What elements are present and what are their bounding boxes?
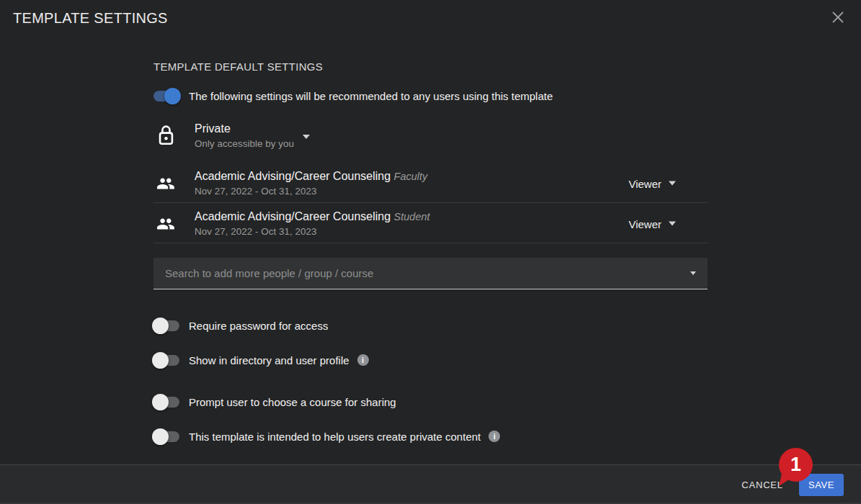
lock-icon xyxy=(153,124,195,147)
dialog-footer: CANCEL SAVE xyxy=(0,464,861,504)
visibility-selector[interactable]: Private Only accessible by you xyxy=(153,118,708,153)
share-text: Academic Advising/Career Counseling Facu… xyxy=(195,168,427,198)
share-search-box xyxy=(153,258,708,289)
permission-value: Viewer xyxy=(628,177,661,189)
permission-value: Viewer xyxy=(628,217,661,230)
option-row-password: Require password for access xyxy=(153,316,328,335)
recommend-settings-toggle[interactable] xyxy=(153,91,179,102)
close-icon xyxy=(831,10,845,27)
info-icon[interactable]: i xyxy=(357,354,369,366)
visibility-text: Private Only accessible by you xyxy=(195,121,294,150)
toggle-thumb xyxy=(152,352,169,369)
group-icon xyxy=(153,215,195,233)
share-text: Academic Advising/Career Counseling Stud… xyxy=(195,209,430,238)
option-row-private-content: This template is intended to help users … xyxy=(153,427,500,446)
option-row-directory: Show in directory and user profile i xyxy=(153,351,369,369)
option-row-prompt-course: Prompt user to choose a course for shari… xyxy=(153,392,396,411)
dialog-title: TEMPLATE SETTINGS xyxy=(13,10,168,27)
annotation-badge: 1 xyxy=(779,448,813,482)
chevron-down-icon xyxy=(303,135,310,139)
show-in-directory-toggle[interactable] xyxy=(153,355,179,366)
visibility-title: Private xyxy=(195,121,294,137)
option-label: Require password for access xyxy=(189,320,328,332)
recommend-settings-row: The following settings will be recommend… xyxy=(153,86,553,105)
permission-dropdown-faculty[interactable]: Viewer xyxy=(628,177,676,189)
recommend-settings-label: The following settings will be recommend… xyxy=(189,90,553,102)
chevron-down-icon[interactable] xyxy=(690,271,696,275)
permission-dropdown-student[interactable]: Viewer xyxy=(628,217,676,230)
cancel-button[interactable]: CANCEL xyxy=(741,480,783,490)
close-button[interactable] xyxy=(828,8,848,28)
chevron-down-icon xyxy=(669,181,676,186)
info-icon[interactable]: i xyxy=(489,431,500,442)
option-label: Prompt user to choose a course for shari… xyxy=(189,396,396,408)
share-name: Academic Advising/Career Counseling Stud… xyxy=(195,209,430,225)
visibility-subtitle: Only accessible by you xyxy=(195,137,294,150)
share-name: Academic Advising/Career Counseling Facu… xyxy=(195,168,427,184)
prompt-course-toggle[interactable] xyxy=(153,397,179,408)
share-audience: Student xyxy=(394,211,430,222)
group-icon xyxy=(153,174,195,193)
toggle-thumb xyxy=(152,428,169,445)
require-password-toggle[interactable] xyxy=(153,320,179,331)
section-heading: TEMPLATE DEFAULT SETTINGS xyxy=(153,60,323,73)
option-label: This template is intended to help users … xyxy=(189,431,481,443)
toggle-thumb xyxy=(152,394,169,410)
private-content-toggle[interactable] xyxy=(153,431,179,442)
toggle-thumb xyxy=(164,88,181,104)
chevron-down-icon xyxy=(669,222,676,226)
annotation-number: 1 xyxy=(790,454,801,476)
option-label: Show in directory and user profile xyxy=(189,354,349,366)
share-search-input[interactable] xyxy=(165,267,690,279)
share-dates: Nov 27, 2022 - Oct 31, 2023 xyxy=(195,184,427,198)
share-audience: Faculty xyxy=(394,171,428,182)
share-row-student: Academic Advising/Career Counseling Stud… xyxy=(153,204,708,243)
share-dates: Nov 27, 2022 - Oct 31, 2023 xyxy=(195,225,430,238)
share-row-faculty: Academic Advising/Career Counseling Facu… xyxy=(153,164,708,203)
toggle-thumb xyxy=(152,318,169,334)
dialog-body: TEMPLATE DEFAULT SETTINGS The following … xyxy=(153,0,708,504)
